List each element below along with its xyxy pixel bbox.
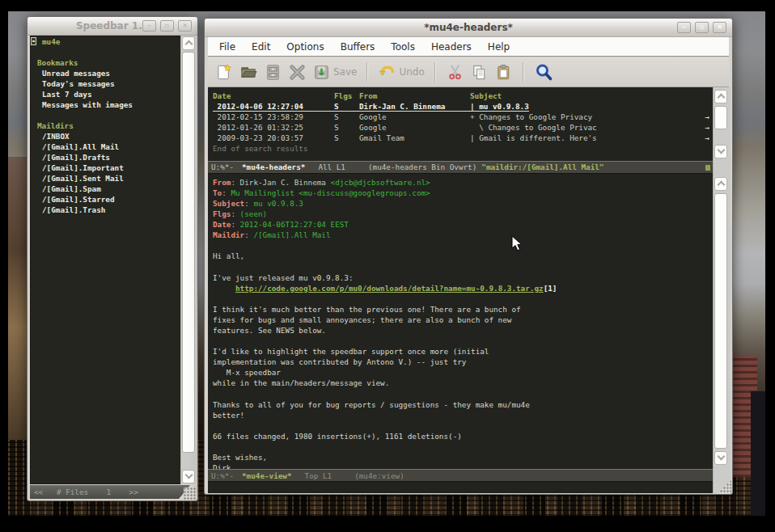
speedbar-status-bar: << # Files 1 >> bbox=[30, 485, 190, 499]
mu4e-headers-window: *mu4e-headers* – ▫ ✕ File Edit Options B… bbox=[204, 18, 733, 495]
field-label-to: To bbox=[213, 188, 222, 197]
new-file-icon bbox=[215, 63, 234, 82]
paste-button[interactable] bbox=[494, 63, 513, 82]
scrollbar-thumb[interactable] bbox=[182, 52, 195, 453]
echo-area[interactable] bbox=[208, 482, 713, 493]
field-label-flags: Flgs bbox=[213, 209, 231, 218]
header-row[interactable]: 2009-03-23 20:03:57 S Gmail Team | Gmail… bbox=[213, 133, 713, 143]
save-button[interactable]: Save bbox=[312, 63, 357, 82]
speedbar-item-last7days[interactable]: Last 7 days bbox=[31, 89, 181, 99]
window-title: *mu4e-headers* bbox=[205, 22, 732, 33]
column-from[interactable]: From bbox=[359, 91, 470, 101]
from-name[interactable]: Dirk-Jan C. Binnema bbox=[240, 178, 331, 187]
scroll-up-button[interactable] bbox=[182, 36, 195, 50]
menu-headers[interactable]: Headers bbox=[423, 39, 480, 55]
speedbar-item-important[interactable]: /[Gmail].Important bbox=[31, 163, 181, 173]
copy-button[interactable] bbox=[470, 63, 489, 82]
view-scrollbar-thumb[interactable] bbox=[714, 193, 727, 449]
modeline-modes[interactable]: (mu4e-headers Bin Ovwrt) bbox=[368, 162, 476, 172]
view-modeline: U:%*- *mu4e-view* Top L1 (mu4e:view) bbox=[208, 469, 713, 482]
field-label-subject: Subject bbox=[213, 199, 244, 208]
cut-scissors-icon bbox=[446, 63, 464, 82]
headers-column-row: Date Flgs From Subject bbox=[213, 91, 713, 101]
field-label-maildir: Maildir bbox=[213, 230, 244, 239]
open-folder-icon bbox=[239, 63, 258, 82]
modeline-buffer-name[interactable]: *mu4e-headers* bbox=[242, 162, 305, 172]
headers-scrollbar-thumb[interactable] bbox=[714, 106, 727, 129]
menu-help[interactable]: Help bbox=[480, 39, 518, 55]
speedbar-item-starred[interactable]: /[Gmail].Starred bbox=[31, 194, 181, 205]
save-icon bbox=[312, 63, 331, 82]
to-value[interactable]: Mu Mailinglist <mu-discuss@googlegroups.… bbox=[231, 188, 430, 197]
open-file-button[interactable] bbox=[239, 63, 258, 82]
mouse-cursor bbox=[511, 235, 523, 252]
subject-value: mu v0.9.8.3 bbox=[253, 199, 303, 208]
truncation-arrow-icon: → bbox=[705, 133, 713, 143]
undo-button[interactable]: Undo bbox=[378, 63, 424, 82]
undo-icon bbox=[378, 63, 396, 82]
speedbar-section-bookmarks: Bookmarks bbox=[31, 57, 181, 68]
header-row[interactable]: 2012-02-15 23:58:29 S Google + Changes t… bbox=[213, 112, 713, 122]
field-label-date: Date bbox=[213, 220, 231, 229]
search-button[interactable] bbox=[534, 62, 553, 82]
cut-button[interactable] bbox=[446, 63, 464, 82]
speedbar-item-allmail[interactable]: /[Gmail].All Mail bbox=[31, 141, 181, 152]
maildir-value[interactable]: /[Gmail].All Mail bbox=[253, 230, 330, 239]
scroll-down-button[interactable] bbox=[714, 451, 727, 465]
toolbar-separator bbox=[434, 62, 436, 82]
column-date[interactable]: Date bbox=[213, 91, 334, 101]
minimize-button[interactable]: – bbox=[677, 22, 691, 33]
speedbar-item-today[interactable]: Today's messages bbox=[31, 78, 181, 89]
background-building bbox=[751, 391, 765, 516]
header-row[interactable]: 2012-01-26 01:32:25 S Google \ Changes t… bbox=[213, 122, 713, 133]
maximize-button[interactable]: ▫ bbox=[695, 22, 709, 33]
scroll-up-button[interactable] bbox=[714, 90, 727, 103]
menu-edit[interactable]: Edit bbox=[244, 39, 278, 55]
flags-value: (seen) bbox=[240, 209, 268, 218]
expand-icon[interactable] bbox=[31, 37, 36, 45]
menu-tools[interactable]: Tools bbox=[383, 39, 423, 55]
modeline-position: All L1 bbox=[318, 162, 345, 172]
file-cabinet-icon bbox=[264, 63, 282, 82]
speedbar-item-images[interactable]: Messages with images bbox=[31, 99, 181, 110]
maximize-button[interactable]: ▫ bbox=[160, 20, 174, 32]
modeline-flags: U:%*- bbox=[211, 471, 234, 481]
speedbar-item-mu4e[interactable]: mu4e bbox=[31, 36, 181, 47]
minimize-button[interactable]: – bbox=[142, 20, 156, 32]
header-row-current[interactable]: 2012-04-06 12:27:04 S Dirk-Jan C. Binnem… bbox=[213, 101, 529, 112]
modeline-buffer-name[interactable]: *mu4e-view* bbox=[242, 471, 292, 481]
save-as-button[interactable] bbox=[264, 63, 282, 82]
menu-options[interactable]: Options bbox=[278, 39, 332, 55]
footnote-ref: [1] bbox=[544, 284, 557, 293]
scroll-down-button[interactable] bbox=[182, 470, 195, 483]
search-icon bbox=[534, 62, 553, 82]
scroll-down-button[interactable] bbox=[714, 145, 727, 158]
truncation-arrow-icon: → bbox=[705, 122, 713, 133]
new-file-button[interactable] bbox=[215, 63, 234, 82]
close-button[interactable]: ✕ bbox=[713, 22, 726, 33]
from-email[interactable]: <djcb@djcbsoftware.nl> bbox=[331, 178, 430, 187]
speedbar-content: mu4e Bookmarks Unread messages Today's m… bbox=[30, 36, 182, 484]
speedbar-resize-grip[interactable] bbox=[184, 488, 197, 500]
window-titlebar[interactable]: *mu4e-headers* – ▫ ✕ bbox=[205, 19, 732, 37]
download-link[interactable]: http://code.google.com/p/mu0/downloads/d… bbox=[235, 284, 544, 293]
menu-file[interactable]: File bbox=[211, 39, 244, 55]
scrollbar-column[interactable] bbox=[713, 87, 731, 493]
speedbar-titlebar[interactable]: Speedbar 1.0 – ▫ ✕ bbox=[28, 17, 197, 36]
menu-buffers[interactable]: Buffers bbox=[332, 39, 383, 55]
modeline-modes[interactable]: (mu4e:view) bbox=[354, 471, 404, 481]
speedbar-scrollbar[interactable] bbox=[180, 36, 195, 484]
column-flags[interactable]: Flgs bbox=[334, 91, 359, 101]
speedbar-item-inbox[interactable]: /INBOX bbox=[31, 131, 181, 141]
column-subject[interactable]: Subject bbox=[470, 91, 502, 101]
speedbar-item-spam[interactable]: /[Gmail].Spam bbox=[31, 184, 181, 194]
close-button[interactable]: ✕ bbox=[178, 20, 192, 32]
delete-button[interactable] bbox=[288, 63, 307, 82]
date-value: 2012-04-06T12:27:04 EEST bbox=[240, 220, 349, 229]
speedbar-item-unread[interactable]: Unread messages bbox=[31, 68, 181, 78]
message-view-pane: From: Dirk-Jan C. Binnema <djcb@djcbsoft… bbox=[208, 174, 713, 469]
speedbar-item-sent[interactable]: /[Gmail].Sent Mail bbox=[31, 173, 181, 184]
speedbar-item-drafts[interactable]: /[Gmail].Drafts bbox=[31, 152, 181, 163]
scroll-up-button[interactable] bbox=[714, 177, 727, 191]
speedbar-item-trash[interactable]: /[Gmail].Trash bbox=[31, 205, 181, 215]
